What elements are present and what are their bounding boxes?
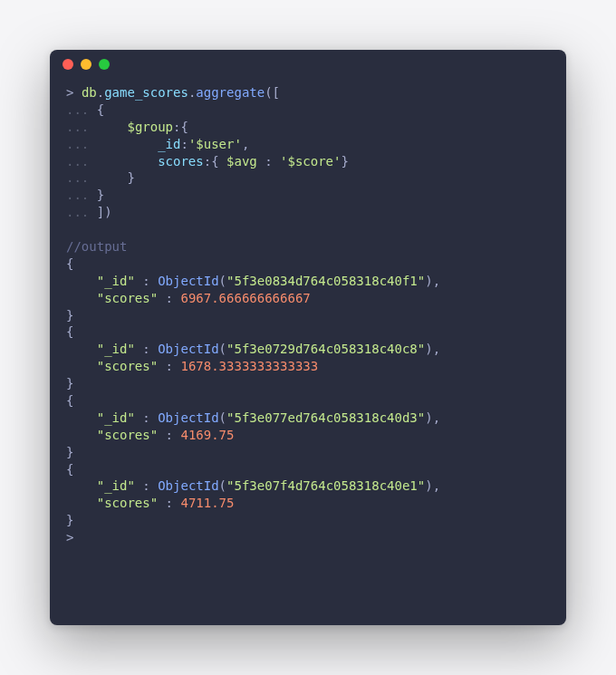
space-colon-space: : <box>257 154 280 169</box>
dot: . <box>97 85 104 100</box>
close-paren: ) <box>425 410 432 425</box>
comma: , <box>433 342 440 356</box>
id-key: "_id" <box>97 274 135 288</box>
code-area: > db.game_scores.aggregate([ ... { ... $… <box>50 79 566 625</box>
close-paren: ) <box>425 342 432 356</box>
id-key: "_id" <box>97 478 135 493</box>
scores-key: "scores" <box>97 428 158 442</box>
close-brace: } <box>66 445 73 459</box>
objectid: ObjectId <box>158 342 218 356</box>
open-brace: { <box>97 102 104 117</box>
id-key: "_id" <box>97 342 135 356</box>
open-brace: { <box>66 256 73 271</box>
method-name: aggregate <box>196 85 265 100</box>
close-bracket-paren: ]) <box>97 205 112 219</box>
open-paren: ( <box>219 274 226 288</box>
open-paren: ( <box>219 342 226 356</box>
space-colon-space: : <box>158 291 180 305</box>
scores-key: "scores" <box>97 291 158 305</box>
close-brace: } <box>66 513 73 527</box>
quote: " <box>418 410 425 425</box>
space-colon-space: : <box>135 478 158 493</box>
collection-name: game_scores <box>104 85 188 100</box>
avg-operator: $avg <box>226 154 257 169</box>
scores-key: "scores" <box>97 496 158 510</box>
space-colon-space: : <box>158 359 180 373</box>
score-ref: '$score' <box>280 154 341 169</box>
close-brace: } <box>341 154 348 169</box>
continuation: ... <box>66 120 89 134</box>
maximize-icon[interactable] <box>99 59 110 70</box>
colon-brace: :{ <box>204 154 226 169</box>
continuation: ... <box>66 170 89 185</box>
space-colon-space: : <box>135 342 158 356</box>
close-icon[interactable] <box>63 59 73 70</box>
continuation: ... <box>66 137 89 151</box>
minimize-icon[interactable] <box>81 59 91 70</box>
quote: " <box>418 478 425 493</box>
quote: " <box>418 342 425 356</box>
colon-brace: :{ <box>173 120 188 134</box>
group-operator: $group <box>127 120 173 134</box>
oid-value: 5f3e077ed764c058318c40d3 <box>234 410 417 425</box>
continuation: ... <box>66 102 89 117</box>
score-value: 4711.75 <box>180 496 234 510</box>
space-colon-space: : <box>158 428 180 442</box>
terminal-window: > db.game_scores.aggregate([ ... { ... $… <box>50 50 566 625</box>
id-key: "_id" <box>97 410 135 425</box>
db-token: db <box>82 85 97 100</box>
continuation: ... <box>66 205 89 219</box>
close-paren: ) <box>425 478 432 493</box>
comma: , <box>433 274 440 288</box>
quote: " <box>418 274 425 288</box>
score-value: 4169.75 <box>180 428 234 442</box>
close-brace: } <box>66 308 73 323</box>
open-paren-bracket: ([ <box>265 85 280 100</box>
colon: : <box>180 137 188 151</box>
open-paren: ( <box>219 410 226 425</box>
space-colon-space: : <box>135 274 158 288</box>
prompt-symbol: > <box>66 530 73 545</box>
objectid: ObjectId <box>158 274 218 288</box>
objectid: ObjectId <box>158 478 218 493</box>
prompt-symbol: > <box>66 85 73 100</box>
close-brace: } <box>66 376 73 391</box>
open-brace: { <box>66 462 73 477</box>
oid-value: 5f3e0729d764c058318c40c8 <box>234 342 417 356</box>
user-ref: '$user' <box>188 137 242 151</box>
space-colon-space: : <box>158 496 180 510</box>
scores-key: "scores" <box>97 359 158 373</box>
objectid: ObjectId <box>158 410 218 425</box>
oid-value: 5f3e07f4d764c058318c40e1 <box>234 478 417 493</box>
space-colon-space: : <box>135 410 158 425</box>
id-field: _id <box>158 137 180 151</box>
titlebar <box>50 50 566 79</box>
output-comment: //output <box>66 239 127 254</box>
comma: , <box>433 478 440 493</box>
oid-value: 5f3e0834d764c058318c40f1 <box>234 274 417 288</box>
close-brace: } <box>97 188 104 202</box>
comma: , <box>433 410 440 425</box>
scores-field: scores <box>158 154 204 169</box>
open-paren: ( <box>219 478 226 493</box>
score-value: 6967.666666666667 <box>180 291 310 305</box>
open-brace: { <box>66 393 73 408</box>
continuation: ... <box>66 154 89 169</box>
score-value: 1678.3333333333333 <box>180 359 318 373</box>
close-brace: } <box>127 170 134 185</box>
close-paren: ) <box>425 274 432 288</box>
comma: , <box>242 137 249 151</box>
open-brace: { <box>66 324 73 339</box>
continuation: ... <box>66 188 89 202</box>
